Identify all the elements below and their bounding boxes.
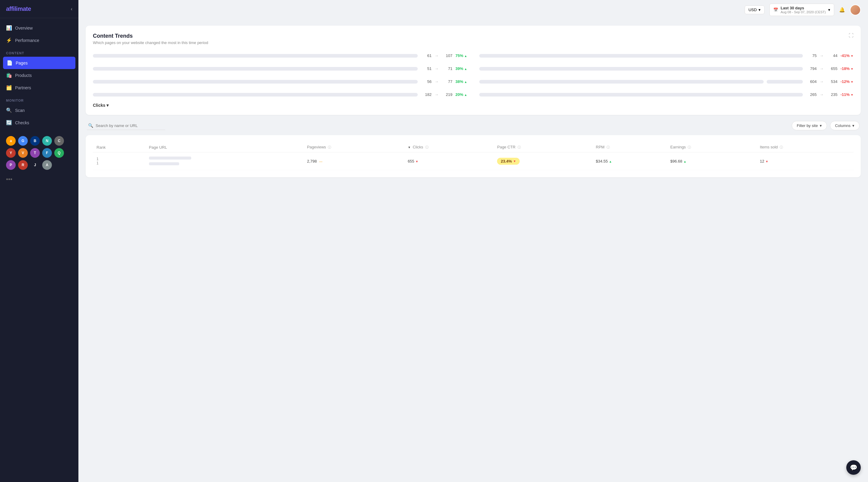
pages-icon: 📄 — [7, 60, 12, 66]
col-page-ctr: Page CTR ⓘ — [493, 142, 592, 152]
pageviews-info-icon: ⓘ — [328, 145, 331, 149]
trend-from: 56 — [421, 79, 432, 84]
partner-icon-partner12[interactable]: R — [18, 160, 28, 170]
cell-page-url — [145, 152, 303, 170]
cell-items-sold: 12 ▼ — [756, 152, 854, 170]
sidebar: affilimate ‹ 📊 Overview ⚡ Performance CO… — [0, 0, 79, 482]
col-earnings: Earnings ⓘ — [667, 142, 756, 152]
trend-direction-icon — [464, 53, 467, 58]
sidebar-item-partners[interactable]: 🗂️ Partners — [0, 82, 79, 94]
sidebar-item-checks[interactable]: 🔄 Checks — [0, 116, 79, 129]
partner-icon-partner11[interactable]: P — [6, 160, 16, 170]
partner-icon-partner4[interactable]: N — [42, 136, 52, 146]
partner-icon-partner14[interactable]: A — [42, 160, 52, 170]
trends-grid: 61 → 107 75% 75 → 44 -41% 51 → 71 39% — [93, 51, 854, 99]
rpm-trend-icon: ▲ — [609, 160, 612, 163]
trend-to: 44 — [827, 53, 838, 58]
metric-dropdown-icon: ▾ — [106, 103, 108, 108]
partner-icon-amazon[interactable]: a — [6, 136, 16, 146]
cell-earnings: $96.68 ▲ — [667, 152, 756, 170]
performance-icon: ⚡ — [6, 37, 11, 43]
currency-dropdown-icon: ▾ — [758, 7, 761, 12]
sidebar-item-products[interactable]: 🛍️ Products — [0, 69, 79, 82]
pages-table-card: Rank Page URL Pageviews ⓘ ▼ Clicks ⓘ Pag… — [86, 135, 861, 177]
sidebar-item-overview[interactable]: 📊 Overview — [0, 22, 79, 34]
earnings-trend-icon: ▲ — [683, 160, 686, 163]
trend-change: 75% — [456, 53, 467, 58]
partner-icon-partner5[interactable]: C — [54, 136, 64, 146]
filter-by-site-button[interactable]: Filter by site ▾ — [792, 121, 827, 130]
trend-to: 534 — [827, 79, 838, 84]
partner-icon-partner9[interactable]: F — [42, 148, 52, 158]
sidebar-item-performance[interactable]: ⚡ Performance — [0, 34, 79, 47]
table-row: 11 2,798 — — [93, 152, 854, 170]
date-range-picker[interactable]: 📅 Last 30 days Aug 08 - Sep 07, 2020 (CE… — [769, 4, 834, 16]
date-range-label: Last 30 days — [780, 6, 826, 10]
trend-to: 77 — [441, 79, 453, 84]
search-input[interactable] — [96, 123, 156, 128]
col-rpm: RPM ⓘ — [592, 142, 667, 152]
trend-from: 61 — [421, 53, 432, 58]
trend-from: 182 — [421, 92, 432, 97]
earnings-info-icon: ⓘ — [688, 145, 691, 149]
calendar-icon: 📅 — [773, 7, 778, 12]
currency-selector[interactable]: USD ▾ — [745, 5, 765, 14]
search-filter-bar: 🔍 Filter by site ▾ Columns ▾ — [86, 121, 861, 130]
sidebar-item-scan[interactable]: 🔍 Scan — [0, 104, 79, 116]
trend-row-left-1: 51 → 71 39% — [93, 64, 467, 73]
sidebar-nav: 📊 Overview ⚡ Performance CONTENT 📄 Pages… — [0, 18, 79, 132]
chat-support-button[interactable]: 💬 — [846, 460, 861, 475]
sidebar-item-label: Scan — [15, 108, 25, 113]
partner-icon-partner7[interactable]: V — [18, 148, 28, 158]
sidebar-toggle-button[interactable]: ‹ — [71, 6, 72, 12]
partner-icon-partner10[interactable]: Q — [54, 148, 64, 158]
trend-to: 107 — [441, 53, 453, 58]
col-clicks[interactable]: ▼ Clicks ⓘ — [404, 142, 494, 152]
trend-change: 39% — [456, 66, 467, 71]
sidebar-item-label: Overview — [15, 26, 33, 30]
partner-icon-partner6[interactable]: Y — [6, 148, 16, 158]
partner-icon-partner8[interactable]: T — [30, 148, 40, 158]
trend-bar — [93, 54, 418, 58]
sidebar-header: affilimate ‹ — [0, 0, 79, 18]
sidebar-item-pages[interactable]: 📄 Pages — [3, 57, 75, 69]
items-sold-info-icon: ⓘ — [780, 145, 783, 149]
trend-direction-icon — [464, 79, 467, 84]
trend-change: -18% — [841, 66, 854, 71]
ctr-info-icon: ⓘ — [518, 145, 521, 149]
search-wrapper: 🔍 — [87, 121, 165, 130]
pageviews-trend-icon: — — [319, 159, 322, 163]
col-page-url: Page URL — [145, 142, 303, 152]
sidebar-item-label: Performance — [15, 38, 39, 43]
trend-bar — [93, 80, 418, 84]
trend-arrow: → — [820, 53, 824, 58]
date-dropdown-icon: ▾ — [828, 7, 830, 12]
card-title: Content Trends — [93, 33, 208, 39]
items-sold-trend-icon: ▼ — [766, 160, 769, 163]
trend-from: 75 — [806, 53, 817, 58]
trend-change: -11% — [841, 92, 854, 97]
partner-icon-google[interactable]: G — [18, 136, 28, 146]
trend-change: -12% — [841, 79, 854, 84]
url-placeholder-2 — [149, 162, 179, 165]
trend-to: 655 — [827, 66, 838, 71]
trend-row-right-0: 75 → 44 -41% — [479, 51, 854, 60]
user-avatar[interactable] — [850, 4, 861, 16]
clicks-info-icon: ⓘ — [425, 145, 429, 149]
trend-bar — [479, 67, 803, 70]
partner-icon-booking[interactable]: B — [30, 136, 40, 146]
logo-text: affilimate — [6, 5, 31, 12]
sort-icon: ▼ — [408, 146, 411, 149]
clicks-trend-icon: ▼ — [415, 160, 418, 163]
metric-label: Clicks — [93, 103, 105, 108]
expand-icon[interactable]: ⛶ — [849, 33, 854, 38]
partner-icon-partner13[interactable]: J — [30, 160, 40, 170]
more-partners-button[interactable]: ••• — [0, 174, 79, 185]
columns-button[interactable]: Columns ▾ — [830, 121, 860, 130]
notification-bell-icon[interactable]: 🔔 — [839, 7, 845, 13]
card-subtitle: Which pages on your website changed the … — [93, 40, 208, 45]
trend-arrow: → — [435, 66, 438, 71]
metric-dropdown-button[interactable]: Clicks ▾ — [93, 103, 108, 108]
trend-arrow: → — [435, 79, 438, 84]
trend-row-right-1: 794 → 655 -18% — [479, 64, 854, 73]
